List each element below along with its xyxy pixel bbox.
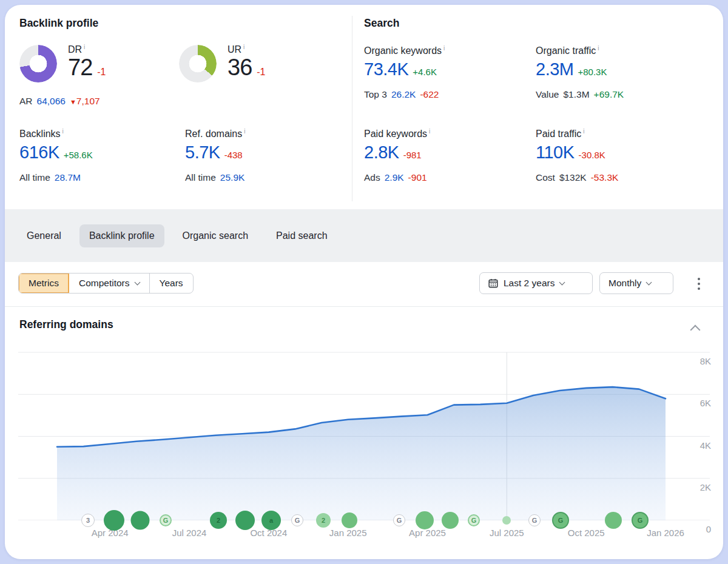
paid-keywords-value[interactable]: 2.8K: [364, 142, 399, 163]
granularity-button[interactable]: Monthly: [599, 272, 673, 294]
ur-label: UR: [228, 44, 241, 55]
ar-value[interactable]: 64,066: [37, 96, 66, 106]
chart-title: Referring domains: [19, 318, 113, 331]
ar-delta: ▼7,107: [70, 96, 104, 106]
paid-keywords-label: Paid keywords: [364, 129, 427, 139]
backlinks-stat: Backlinksi 616K +58.6K All time28.7M: [19, 128, 93, 183]
paid-keywords-stat: Paid keywordsi 2.8K -981 Ads2.9K-901: [364, 128, 431, 183]
backlinks-value[interactable]: 616K: [19, 142, 59, 163]
event-marker[interactable]: [235, 511, 255, 530]
top3-label: Top 3: [364, 89, 387, 99]
info-icon[interactable]: i: [243, 44, 244, 50]
event-marker-g[interactable]: G: [291, 514, 303, 526]
x-tick-label: Jul 2024: [172, 528, 207, 538]
tab-backlink-profile[interactable]: Backlink profile: [79, 224, 164, 247]
chevron-down-icon: [134, 279, 140, 285]
info-icon[interactable]: i: [84, 44, 85, 50]
organic-keywords-label: Organic keywords: [364, 45, 442, 56]
backlinks-sub-value[interactable]: 28.7M: [55, 172, 81, 183]
y-tick-label: 8K: [700, 356, 711, 366]
ur-stat: URi 36 -1: [228, 44, 266, 79]
chevron-down-icon: [646, 279, 652, 285]
organic-keywords-value[interactable]: 73.4K: [364, 59, 408, 79]
event-marker[interactable]: [104, 510, 124, 531]
dr-value: 72: [68, 55, 92, 79]
event-marker[interactable]: [342, 512, 357, 528]
y-tick-label: 2K: [700, 482, 711, 492]
event-marker[interactable]: [131, 511, 150, 530]
date-range-button[interactable]: Last 2 years: [479, 272, 593, 294]
down-triangle-icon: ▼: [70, 98, 76, 106]
info-icon[interactable]: i: [443, 45, 445, 52]
more-options-button[interactable]: [693, 278, 704, 290]
ur-value: 36: [228, 55, 252, 79]
event-marker-2[interactable]: 2: [210, 512, 227, 529]
x-tick-label: Apr 2025: [409, 528, 446, 538]
organic-traffic-label: Organic traffic: [536, 45, 596, 56]
y-tick-label: 6K: [700, 398, 711, 408]
paid-traffic-delta: -30.8K: [579, 150, 605, 160]
tab-organic-search[interactable]: Organic search: [173, 224, 258, 247]
event-marker[interactable]: [502, 516, 511, 525]
metrics-segment[interactable]: Metrics: [19, 274, 69, 293]
organic-traffic-value[interactable]: 2.3M: [536, 59, 573, 79]
referring-domains-chart[interactable]: [18, 351, 710, 520]
dr-stat: DRi 72 -1: [68, 44, 106, 79]
top3-delta: -622: [420, 89, 439, 99]
backlinks-delta: +58.6K: [64, 150, 93, 160]
info-icon[interactable]: i: [429, 128, 430, 135]
tab-general[interactable]: General: [17, 224, 71, 247]
event-marker-a[interactable]: a: [261, 511, 281, 530]
x-tick-label: Jan 2025: [329, 528, 367, 538]
event-marker[interactable]: [416, 511, 434, 529]
divider: [5, 306, 723, 307]
dr-donut-chart: [19, 45, 57, 82]
collapse-chart-icon[interactable]: [690, 325, 701, 335]
event-marker-g[interactable]: G: [528, 514, 541, 526]
overview-card: Backlink profile DRi 72 -1 AR64,066▼7,10…: [5, 5, 723, 559]
chevron-down-icon: [559, 279, 565, 285]
ur-donut-chart: [179, 45, 217, 82]
value-delta: +69.7K: [594, 89, 624, 99]
dr-delta: -1: [97, 67, 106, 78]
section-divider: [352, 16, 352, 201]
backlinks-sub-label: All time: [19, 172, 50, 183]
top3-value[interactable]: 26.2K: [391, 89, 416, 99]
event-marker-g[interactable]: G: [393, 514, 405, 526]
paid-keywords-delta: -981: [403, 150, 422, 160]
ref-domains-delta: -438: [224, 150, 243, 160]
event-marker-g[interactable]: G: [468, 514, 480, 526]
cost-label: Cost: [536, 172, 555, 183]
info-icon[interactable]: i: [244, 128, 245, 135]
x-tick-label: Jan 2026: [647, 528, 684, 538]
event-marker[interactable]: [605, 512, 622, 529]
event-marker-2[interactable]: 2: [316, 513, 331, 528]
organic-keywords-stat: Organic keywordsi 73.4K +4.6K Top 326.2K…: [364, 45, 445, 100]
ref-domains-label: Ref. domains: [185, 129, 242, 139]
x-tick-label: Oct 2025: [568, 528, 605, 538]
event-marker-g[interactable]: G: [160, 514, 172, 526]
dr-label: DR: [68, 44, 82, 55]
event-marker[interactable]: [442, 512, 459, 529]
search-heading: Search: [364, 17, 399, 30]
ur-delta: -1: [257, 67, 265, 78]
value-amount: $1.3M: [564, 89, 590, 99]
event-marker-g[interactable]: G: [632, 512, 649, 529]
event-marker-3[interactable]: 3: [81, 514, 95, 527]
years-segment[interactable]: Years: [150, 274, 193, 293]
event-marker-g[interactable]: G: [552, 512, 569, 529]
ar-label: AR: [19, 96, 33, 106]
ads-value[interactable]: 2.9K: [385, 172, 404, 183]
info-icon[interactable]: i: [598, 45, 599, 52]
ref-domains-value[interactable]: 5.7K: [185, 142, 220, 163]
ref-domains-stat: Ref. domainsi 5.7K -438 All time25.9K: [185, 128, 249, 183]
info-icon[interactable]: i: [583, 128, 584, 135]
info-icon[interactable]: i: [62, 128, 64, 135]
tab-paid-search[interactable]: Paid search: [266, 224, 337, 247]
competitors-segment[interactable]: Competitors: [69, 274, 150, 293]
ads-label: Ads: [364, 172, 380, 183]
paid-traffic-value[interactable]: 110K: [536, 142, 575, 163]
ref-domains-sub-value[interactable]: 25.9K: [220, 172, 245, 183]
ref-domains-sub-label: All time: [185, 172, 216, 183]
value-label: Value: [536, 89, 559, 99]
